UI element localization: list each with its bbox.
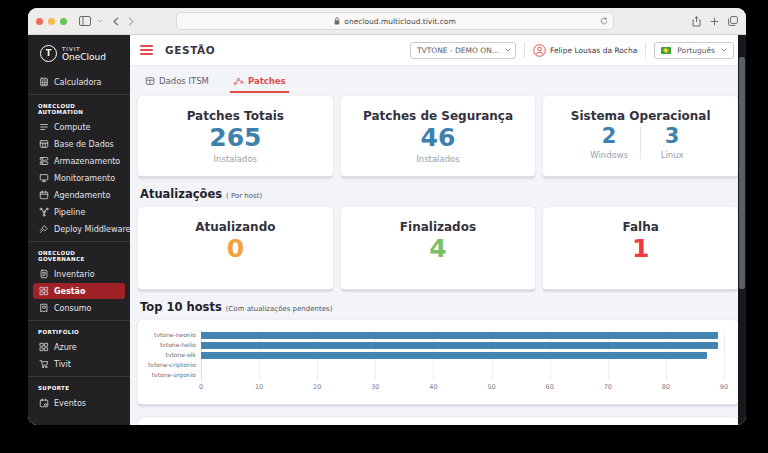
page-scrollbar[interactable] — [738, 35, 746, 425]
user-menu[interactable]: Felipe Lousas da Rocha — [533, 44, 637, 57]
chart-bar — [201, 342, 718, 349]
chart-category-label: tvtone-neonio — [144, 330, 196, 340]
card-atualizando: Atualizando 0 — [138, 207, 333, 291]
card-value: 46 — [341, 124, 536, 152]
share-icon[interactable] — [692, 16, 701, 27]
card-title: Patches Totais — [138, 96, 333, 123]
os-label: Linux — [641, 150, 703, 160]
chart-y-labels: tvtone-neoniotvtone-heliotvtone-elktvton… — [144, 330, 201, 395]
top-hosts-chart: tvtone-neoniotvtone-heliotvtone-elktvton… — [144, 330, 724, 395]
os-linux: 3 Linux — [641, 124, 703, 160]
reload-icon[interactable] — [600, 17, 608, 25]
card-title: Sistema Operacional — [543, 96, 738, 123]
sidebar-item-compute[interactable]: Compute — [33, 119, 125, 135]
chart-tick-label: 40 — [429, 383, 437, 391]
receipt-icon — [39, 303, 49, 313]
card-sistema-operacional: Sistema Operacional 2 Windows 3 Linux — [543, 96, 738, 178]
tab-label: Dados ITSM — [159, 76, 209, 86]
card-value: 1 — [543, 235, 738, 263]
tab-patches[interactable]: Patches — [230, 74, 289, 93]
language-selector-dropdown[interactable]: Português — [654, 42, 734, 59]
sidebar-item-azure[interactable]: Azure — [33, 339, 125, 355]
chart-bar — [201, 332, 718, 339]
monitor-icon — [39, 173, 49, 183]
sidebar-item-label: Base de Dados — [54, 140, 114, 149]
app-header-right: TVTONE - DEMO ON... Felipe Lousas da Roc… — [410, 42, 734, 59]
sidebar-item-pipeline[interactable]: Pipeline — [33, 204, 125, 220]
sidebar-item-tivit[interactable]: Tivit — [33, 356, 125, 372]
next-card-peek — [138, 417, 738, 425]
section-subtitle-text: ( Por host) — [226, 192, 262, 200]
os-value: 2 — [578, 124, 640, 148]
chart-category-label: tvtone-helio — [144, 340, 196, 350]
sidebar-item-eventos[interactable]: Eventos — [33, 395, 125, 411]
new-tab-icon[interactable] — [710, 16, 719, 27]
chart-bar-row — [201, 360, 724, 370]
sidebar-item-monitoramento[interactable]: Monitoramento — [33, 170, 125, 186]
chart-bar-row — [201, 340, 724, 350]
sidebar-item-label: Gestão — [54, 287, 85, 296]
chart-plot-area: 0102030405060708090 — [201, 330, 724, 395]
org-selector-dropdown[interactable]: TVTONE - DEMO ON... — [410, 42, 516, 59]
tab-dados-itsm[interactable]: Dados ITSM — [142, 74, 212, 91]
sidebar-item-label: Consumo — [54, 304, 91, 313]
forward-button[interactable] — [128, 17, 134, 26]
sidebar-item-deploy-middleware[interactable]: Deploy Middleware — [33, 221, 125, 237]
app-frame: T TIVIT OneCloud CalculadoraONECLOUD AUT… — [28, 35, 746, 425]
sidebar-item-consumo[interactable]: Consumo — [33, 300, 125, 316]
chart-tick-label: 60 — [546, 383, 554, 391]
sidebar-item-base-de-dados[interactable]: Base de Dados — [33, 136, 125, 152]
page-title: GESTÃO — [165, 44, 215, 56]
sidebar-group: ONECLOUD AUTOMATIONComputeBase de DadosA… — [28, 94, 130, 237]
table-icon — [145, 76, 155, 86]
sidebar-item-inventario[interactable]: Inventario — [33, 266, 125, 282]
tab-overview-icon[interactable] — [728, 16, 738, 27]
card-sublabel: Instalados — [138, 154, 333, 164]
back-button[interactable] — [113, 17, 119, 26]
sidebar-item-armazenamento[interactable]: Armazenamento — [33, 153, 125, 169]
close-window-button[interactable] — [36, 18, 43, 25]
compute-icon — [39, 122, 49, 132]
brand-logo[interactable]: T TIVIT OneCloud — [28, 35, 130, 71]
sidebar: T TIVIT OneCloud CalculadoraONECLOUD AUT… — [28, 35, 130, 425]
brazil-flag-icon — [661, 47, 671, 54]
header-divider — [524, 42, 525, 58]
chart-tick-label: 50 — [487, 383, 495, 391]
sidebar-item-label: Compute — [54, 123, 90, 132]
sidebar-item-label: Eventos — [54, 399, 86, 408]
toolbar-chevron-down-icon[interactable] — [97, 19, 103, 23]
chart-tick-label: 20 — [313, 383, 321, 391]
sidebar-item-label: Armazenamento — [54, 157, 120, 166]
sidebar-item-agendamento[interactable]: Agendamento — [33, 187, 125, 203]
org-selector-value: TVTONE - DEMO ON... — [417, 46, 499, 55]
sidebar-toggle-icon[interactable] — [79, 16, 91, 26]
address-bar[interactable]: onecloud.multicloud.tivit.com — [176, 12, 614, 30]
chart-tick-label: 80 — [662, 383, 670, 391]
deploy-icon — [39, 224, 49, 234]
card-value: 4 — [341, 235, 536, 263]
chart-category-label: tvtone-criptonio — [144, 360, 196, 370]
chart-category-label: tvtone-elk — [144, 350, 196, 360]
user-name-text: Felipe Lousas da Rocha — [550, 46, 637, 55]
sidebar-item-label: Inventario — [54, 270, 95, 279]
grid-icon — [39, 342, 49, 352]
app-header: GESTÃO TVTONE - DEMO ON... Felipe Lousas… — [130, 35, 746, 66]
zoom-window-button[interactable] — [60, 18, 67, 25]
card-sublabel: Instalados — [341, 154, 536, 164]
sidebar-item-gestao[interactable]: Gestão — [33, 283, 125, 299]
storage-icon — [39, 156, 49, 166]
card-title: Patches de Segurança — [341, 96, 536, 123]
language-value: Português — [677, 46, 715, 55]
screenshot-stage: onecloud.multicloud.tivit.com — [0, 0, 768, 453]
database-icon — [39, 139, 49, 149]
sidebar-item-calculadora[interactable]: Calculadora — [33, 74, 125, 90]
sidebar-group: Calculadora — [28, 71, 130, 90]
minimize-window-button[interactable] — [48, 18, 55, 25]
menu-toggle-icon[interactable] — [140, 45, 153, 55]
page-scrollbar-thumb[interactable] — [739, 57, 745, 289]
chevron-down-icon — [721, 48, 727, 52]
chart-bar — [201, 352, 707, 359]
chart-tick-label: 30 — [371, 383, 379, 391]
card-title: Falha — [543, 207, 738, 234]
sidebar-section-header: PORTIFÓLIO — [28, 323, 130, 338]
